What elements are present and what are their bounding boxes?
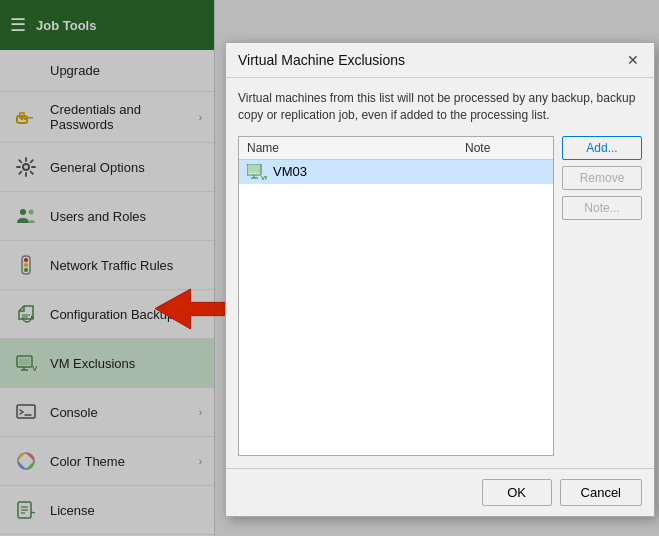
vm-exclusions-dialog: Virtual Machine Exclusions ✕ Virtual mac…: [225, 42, 655, 517]
cancel-button[interactable]: Cancel: [560, 479, 642, 506]
column-name: Name: [247, 141, 465, 155]
column-note: Note: [465, 141, 545, 155]
list-header: Name Note: [239, 137, 553, 160]
dialog-footer: OK Cancel: [226, 468, 654, 516]
dialog-titlebar: Virtual Machine Exclusions ✕: [226, 43, 654, 78]
add-button[interactable]: Add...: [562, 136, 642, 160]
list-item[interactable]: VM VM03: [239, 160, 553, 184]
close-button[interactable]: ✕: [624, 51, 642, 69]
note-button[interactable]: Note...: [562, 196, 642, 220]
dialog-title: Virtual Machine Exclusions: [238, 52, 405, 68]
vm-name: VM03: [273, 164, 465, 179]
svg-text:VM: VM: [261, 175, 267, 180]
ok-button[interactable]: OK: [482, 479, 552, 506]
remove-button[interactable]: Remove: [562, 166, 642, 190]
svg-rect-31: [248, 165, 260, 173]
dialog-description: Virtual machines from this list will not…: [238, 90, 642, 124]
dialog-action-buttons: Add... Remove Note...: [562, 136, 642, 456]
vm-list[interactable]: Name Note VM VM03: [238, 136, 554, 456]
dialog-content-area: Name Note VM VM03 Add... R: [238, 136, 642, 456]
dialog-body: Virtual machines from this list will not…: [226, 78, 654, 468]
vm-item-icon: VM: [247, 164, 267, 180]
